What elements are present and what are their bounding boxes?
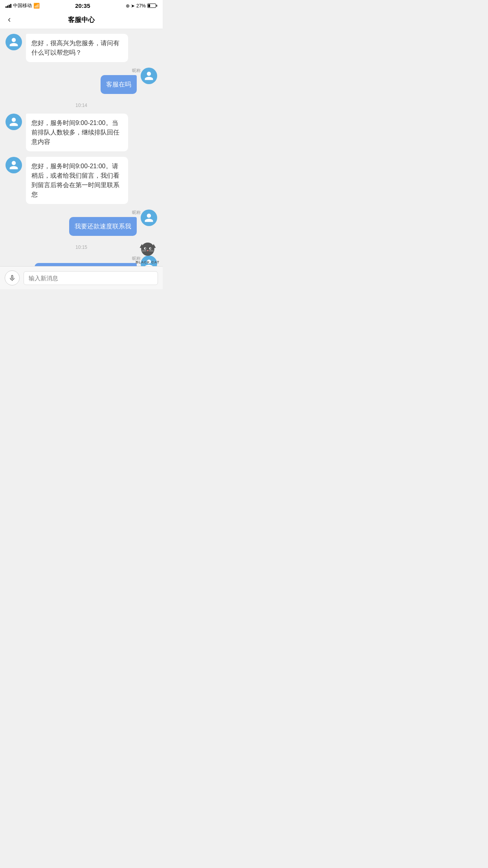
message-input[interactable] [24, 271, 158, 285]
back-button[interactable]: ‹ [6, 15, 12, 25]
input-bar [0, 266, 163, 289]
agent-avatar [6, 34, 22, 50]
right-message-wrapper: 昵称 客服在吗 [101, 68, 141, 94]
svg-point-6 [150, 248, 151, 249]
battery-icon [147, 4, 157, 8]
svg-point-7 [147, 250, 149, 251]
page-title: 客服中心 [68, 15, 95, 24]
voice-button[interactable] [5, 270, 20, 285]
message-bubble: 客服在吗 [101, 75, 137, 94]
message-row: 昵称 我要还款速度联系我 [6, 210, 157, 236]
watermark: BLACK CAT [136, 237, 160, 264]
chat-area: 您好，很高兴为您服务，请问有什么可以帮您吗？ 昵称 客服在吗 10:14 您好，… [0, 29, 163, 266]
status-time: 20:35 [75, 2, 90, 9]
svg-point-5 [145, 248, 146, 249]
message-bubble: 我要还款速度联系我 [69, 217, 137, 236]
message-row: 昵称 客服在吗 [6, 68, 157, 94]
user-nickname: 昵称 [132, 68, 141, 74]
watermark-text: BLACK CAT [136, 260, 160, 264]
message-row: 昵称 我不想坑你们，知道你们出问题了，但是我也想还你们的款 [6, 256, 157, 266]
signal-icon [6, 4, 11, 8]
battery-percent: 27% [136, 3, 146, 9]
nav-bar: ‹ 客服中心 [0, 11, 163, 29]
message-row: 您好，服务时间9:00-21:00。请稍后，或者给我们留言，我们看到留言后将会在… [6, 157, 157, 204]
message-bubble: 我不想坑你们，知道你们出问题了，但是我也想还你们的款 [35, 263, 137, 266]
svg-point-0 [141, 243, 154, 256]
agent-avatar [6, 157, 22, 173]
timestamp: 10:14 [6, 103, 157, 108]
user-nickname: 昵称 [132, 210, 141, 215]
status-left: 中国移动 📶 [6, 2, 40, 9]
status-right: ⊕ ➤ 27% [126, 3, 157, 9]
wifi-icon: 📶 [33, 3, 40, 9]
carrier-label: 中国移动 [13, 2, 32, 9]
message-row: 您好，很高兴为您服务，请问有什么可以帮您吗？ [6, 34, 157, 62]
message-bubble: 您好，服务时间9:00-21:00。当前排队人数较多，继续排队回任意内容 [26, 114, 128, 151]
message-row: 您好，服务时间9:00-21:00。当前排队人数较多，继续排队回任意内容 [6, 114, 157, 151]
user-avatar [141, 68, 157, 84]
agent-avatar [6, 114, 22, 130]
message-bubble: 您好，很高兴为您服务，请问有什么可以帮您吗？ [26, 34, 128, 62]
location-icon: ⊕ ➤ [126, 3, 135, 9]
right-message-wrapper: 昵称 我不想坑你们，知道你们出问题了，但是我也想还你们的款 [35, 256, 141, 266]
status-bar: 中国移动 📶 20:35 ⊕ ➤ 27% [0, 0, 163, 11]
timestamp: 10:15 [6, 245, 157, 250]
message-bubble: 您好，服务时间9:00-21:00。请稍后，或者给我们留言，我们看到留言后将会在… [26, 157, 128, 204]
right-message-wrapper: 昵称 我要还款速度联系我 [69, 210, 141, 236]
black-cat-icon [137, 237, 159, 259]
user-avatar [141, 210, 157, 226]
